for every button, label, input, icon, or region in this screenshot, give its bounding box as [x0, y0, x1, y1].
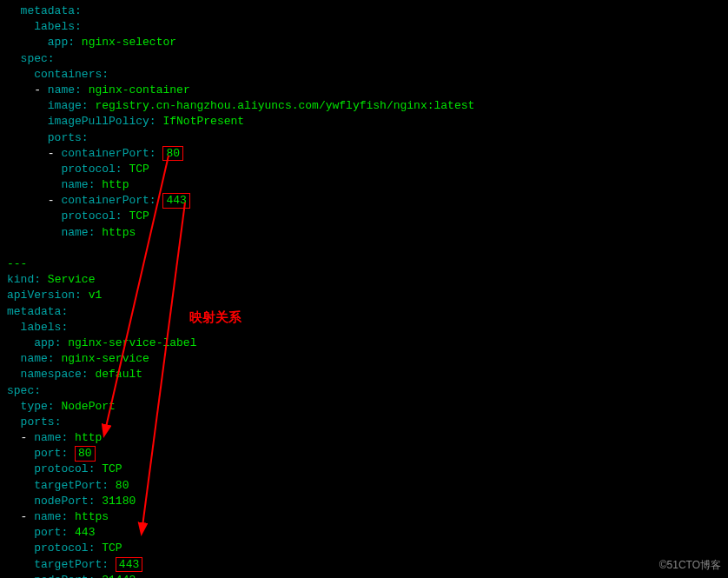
key-spec2: spec — [7, 384, 34, 397]
val-type: NodePort — [61, 400, 115, 413]
highlight-box-443: 443 — [162, 193, 189, 209]
key-metadata2: metadata — [7, 305, 61, 318]
val-svc-label: nginx-service-label — [68, 336, 196, 349]
val-container-name: nginx-container — [89, 83, 190, 96]
val-port443: 443 — [75, 526, 95, 539]
key-name2: name — [61, 178, 88, 191]
key-node1: nodePort — [34, 495, 88, 508]
key-containerport: containerPort — [61, 147, 149, 160]
key-ports2: ports — [21, 415, 55, 429]
key-port1: port — [34, 447, 61, 460]
key-imagepull: imagePullPolicy — [48, 115, 149, 128]
val-https2: https — [75, 510, 109, 523]
key-protocol: protocol — [61, 163, 115, 176]
key-spec: spec — [21, 52, 48, 65]
val-tcp: TCP — [129, 163, 149, 176]
key-kind: kind — [7, 273, 34, 286]
key-proto1: protocol — [34, 462, 88, 475]
key-node2: nodePort — [34, 574, 88, 578]
key-ports: ports — [48, 131, 82, 144]
key-proto2: protocol — [34, 541, 88, 555]
key-tgt1: targetPort — [34, 479, 102, 492]
highlight-box-443-2: 443 — [116, 557, 142, 573]
val-kind: Service — [48, 273, 96, 286]
val-imagepull: IfNotPresent — [162, 115, 244, 128]
key-type: type — [21, 400, 48, 413]
terminal-output: metadata: labels: app: nginx-selector sp… — [7, 3, 721, 578]
key-protocol2: protocol — [61, 209, 115, 223]
key-labels: labels — [34, 20, 75, 33]
key-name3: name — [61, 226, 88, 239]
key-labels2: labels — [21, 321, 62, 334]
highlight-box-80: 80 — [162, 146, 183, 162]
val-tgt80: 80 — [116, 479, 129, 492]
watermark: ©51CTO博客 — [659, 558, 721, 573]
val-apiv: v1 — [89, 289, 103, 302]
key-port2: port — [34, 526, 61, 539]
key-namespace: namespace — [21, 368, 82, 381]
val-tcp4: TCP — [102, 541, 122, 555]
key-portname2: name — [34, 510, 61, 523]
key-containers: containers — [34, 68, 102, 81]
val-app: nginx-selector — [82, 36, 176, 49]
val-node80: 31180 — [102, 495, 136, 508]
key-portname1: name — [34, 431, 61, 444]
key-metadata: metadata — [21, 4, 75, 17]
val-image: registry.cn-hangzhou.aliyuncs.com/ywflyf… — [95, 99, 474, 112]
val-http: http — [102, 178, 129, 191]
key-containerport2: containerPort — [61, 194, 149, 207]
val-namespace: default — [95, 368, 142, 381]
key-app2: app — [34, 336, 54, 349]
key-name: name — [48, 83, 75, 96]
val-https: https — [102, 226, 136, 239]
key-app: app — [48, 36, 68, 49]
separator: --- — [7, 257, 27, 270]
key-tgt2: targetPort — [34, 558, 102, 571]
val-tcp2: TCP — [129, 209, 149, 223]
key-apiv: apiVersion — [7, 289, 75, 302]
highlight-box-80-2: 80 — [75, 446, 96, 462]
val-tcp3: TCP — [102, 462, 122, 475]
val-svcname: nginx-service — [61, 352, 149, 365]
annotation-label: 映射关系 — [189, 308, 242, 326]
val-node443: 31443 — [102, 574, 136, 578]
key-svcname: name — [21, 352, 48, 365]
key-image: image — [48, 99, 82, 112]
val-http2: http — [75, 431, 102, 444]
